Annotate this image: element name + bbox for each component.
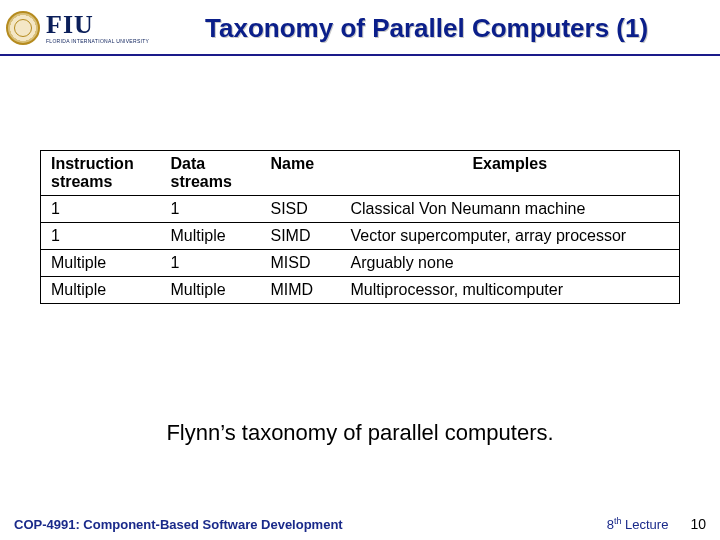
lecture-number: 8th Lecture — [607, 516, 669, 532]
col-data-streams: Data streams — [161, 151, 261, 196]
footer-right: 8th Lecture 10 — [607, 516, 706, 532]
table-row: 1 1 SISD Classical Von Neumann machine — [41, 196, 680, 223]
cell: SISD — [261, 196, 341, 223]
cell: Multiprocessor, multicomputer — [341, 277, 680, 304]
header-bar: FIU FLORIDA INTERNATIONAL UNIVERSITY Tax… — [0, 0, 720, 56]
logo-subtext: FLORIDA INTERNATIONAL UNIVERSITY — [46, 39, 149, 44]
col-streams-2: streams — [171, 173, 232, 190]
cell: Classical Von Neumann machine — [341, 196, 680, 223]
cell: SIMD — [261, 223, 341, 250]
cell: 1 — [161, 196, 261, 223]
col-streams-1: streams — [51, 173, 112, 190]
table-row: 1 Multiple SIMD Vector supercomputer, ar… — [41, 223, 680, 250]
cell: 1 — [161, 250, 261, 277]
cell: Vector supercomputer, array processor — [341, 223, 680, 250]
cell: Multiple — [41, 277, 161, 304]
col-examples: Examples — [341, 151, 680, 196]
cell: MIMD — [261, 277, 341, 304]
slide-body: Instruction streams Data streams Name Ex… — [40, 150, 680, 304]
cell: 1 — [41, 196, 161, 223]
lecture-ord: 8 — [607, 517, 614, 532]
university-logo: FIU FLORIDA INTERNATIONAL UNIVERSITY — [6, 11, 149, 45]
seal-icon — [6, 11, 40, 45]
footer: COP-4991: Component-Based Software Devel… — [0, 516, 720, 532]
cell: Multiple — [161, 223, 261, 250]
col-instruction-streams: Instruction streams — [41, 151, 161, 196]
cell: Multiple — [161, 277, 261, 304]
taxonomy-table: Instruction streams Data streams Name Ex… — [40, 150, 680, 304]
lecture-word: Lecture — [621, 517, 668, 532]
cell: Multiple — [41, 250, 161, 277]
cell: MISD — [261, 250, 341, 277]
logo-text-block: FIU FLORIDA INTERNATIONAL UNIVERSITY — [46, 12, 149, 44]
logo-text: FIU — [46, 12, 149, 38]
col-instruction: Instruction — [51, 155, 134, 172]
figure-caption: Flynn’s taxonomy of parallel computers. — [0, 420, 720, 446]
table-row: Multiple Multiple MIMD Multiprocessor, m… — [41, 277, 680, 304]
table-header-row: Instruction streams Data streams Name Ex… — [41, 151, 680, 196]
cell: Arguably none — [341, 250, 680, 277]
table-row: Multiple 1 MISD Arguably none — [41, 250, 680, 277]
page-number: 10 — [690, 516, 706, 532]
slide: FIU FLORIDA INTERNATIONAL UNIVERSITY Tax… — [0, 0, 720, 540]
col-data: Data — [171, 155, 206, 172]
cell: 1 — [41, 223, 161, 250]
col-name: Name — [261, 151, 341, 196]
course-code: COP-4991: Component-Based Software Devel… — [14, 517, 343, 532]
slide-title: Taxonomy of Parallel Computers (1) — [149, 13, 714, 44]
